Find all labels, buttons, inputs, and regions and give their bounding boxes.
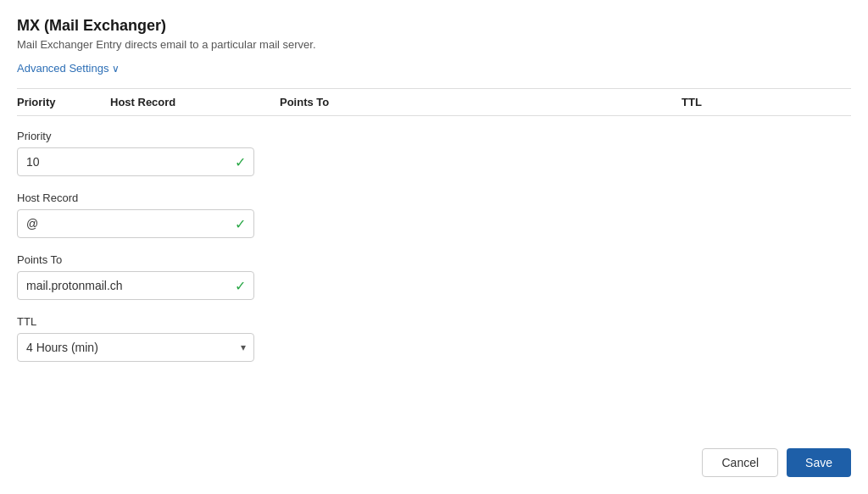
col-header-ttl: TTL (682, 96, 851, 108)
host-record-input-wrapper: ✓ (17, 209, 254, 238)
page-subtitle: Mail Exchanger Entry directs email to a … (17, 38, 851, 51)
col-header-points-to: Points To (280, 96, 682, 108)
col-header-priority: Priority (17, 96, 110, 108)
priority-label: Priority (17, 130, 851, 142)
priority-input-wrapper: ✓ (17, 147, 254, 176)
host-record-section: Host Record ✓ (17, 191, 851, 238)
save-button[interactable]: Save (787, 448, 851, 477)
advanced-settings-label: Advanced Settings (17, 62, 108, 75)
points-to-input[interactable] (17, 271, 254, 300)
table-header: Priority Host Record Points To TTL (17, 88, 851, 116)
points-to-label: Points To (17, 253, 851, 266)
ttl-section: TTL 4 Hours (min) 1 Hour 2 Hours 12 Hour… (17, 315, 851, 362)
page-container: MX (Mail Exchanger) Mail Exchanger Entry… (0, 0, 868, 494)
col-header-host-record: Host Record (110, 96, 280, 108)
ttl-select[interactable]: 4 Hours (min) 1 Hour 2 Hours 12 Hours 1 … (17, 333, 254, 362)
priority-input[interactable] (17, 147, 254, 176)
ttl-label: TTL (17, 315, 851, 328)
ttl-select-wrapper: 4 Hours (min) 1 Hour 2 Hours 12 Hours 1 … (17, 333, 254, 362)
page-title: MX (Mail Exchanger) (17, 17, 851, 35)
points-to-section: Points To ✓ (17, 253, 851, 300)
host-record-input[interactable] (17, 209, 254, 238)
points-to-input-wrapper: ✓ (17, 271, 254, 300)
advanced-settings-link[interactable]: Advanced Settings ∨ (17, 62, 120, 75)
host-record-label: Host Record (17, 191, 851, 204)
cancel-button[interactable]: Cancel (702, 448, 778, 477)
chevron-down-icon: ∨ (112, 63, 120, 75)
footer-buttons: Cancel Save (702, 448, 851, 477)
priority-section: Priority ✓ (17, 130, 851, 176)
